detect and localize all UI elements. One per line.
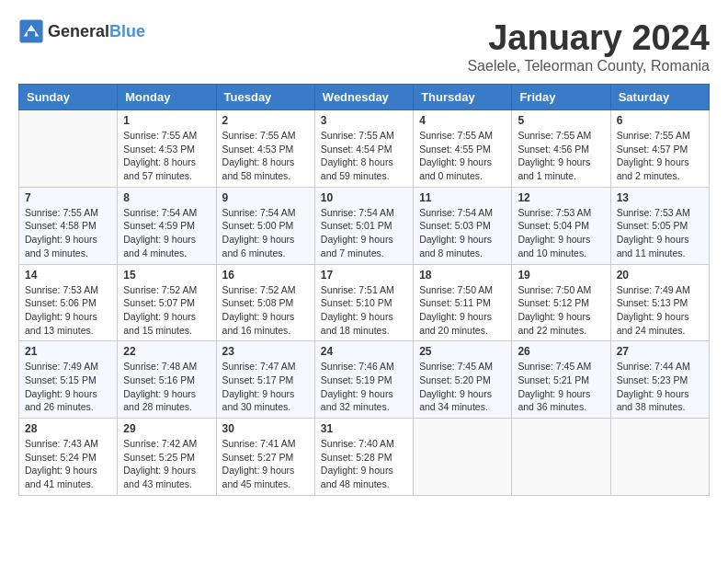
calendar-cell: 26Sunrise: 7:45 AM Sunset: 5:21 PM Dayli… bbox=[512, 341, 610, 419]
day-number: 8 bbox=[123, 191, 210, 204]
page-header: GeneralBlue January 2024 Saelele, Teleor… bbox=[18, 18, 710, 75]
calendar-cell: 21Sunrise: 7:49 AM Sunset: 5:15 PM Dayli… bbox=[19, 341, 118, 419]
day-info: Sunrise: 7:53 AM Sunset: 5:06 PM Dayligh… bbox=[25, 283, 111, 338]
day-number: 9 bbox=[222, 191, 309, 204]
calendar-cell: 27Sunrise: 7:44 AM Sunset: 5:23 PM Dayli… bbox=[610, 341, 709, 419]
day-info: Sunrise: 7:52 AM Sunset: 5:08 PM Dayligh… bbox=[222, 283, 309, 338]
calendar-cell: 31Sunrise: 7:40 AM Sunset: 5:28 PM Dayli… bbox=[314, 419, 413, 496]
calendar-cell: 11Sunrise: 7:54 AM Sunset: 5:03 PM Dayli… bbox=[414, 187, 512, 264]
day-number: 5 bbox=[518, 114, 604, 127]
day-info: Sunrise: 7:49 AM Sunset: 5:13 PM Dayligh… bbox=[617, 283, 703, 338]
calendar-cell: 17Sunrise: 7:51 AM Sunset: 5:10 PM Dayli… bbox=[314, 264, 413, 341]
header-row: SundayMondayTuesdayWednesdayThursdayFrid… bbox=[19, 85, 710, 110]
week-row-4: 21Sunrise: 7:49 AM Sunset: 5:15 PM Dayli… bbox=[19, 341, 710, 419]
calendar-cell: 14Sunrise: 7:53 AM Sunset: 5:06 PM Dayli… bbox=[19, 264, 118, 341]
calendar-cell: 13Sunrise: 7:53 AM Sunset: 5:05 PM Dayli… bbox=[610, 187, 709, 264]
calendar-cell: 3Sunrise: 7:55 AM Sunset: 4:54 PM Daylig… bbox=[314, 110, 413, 188]
logo-general: General bbox=[48, 22, 109, 40]
location-title: Saelele, Teleorman County, Romania bbox=[467, 58, 710, 75]
calendar-cell: 24Sunrise: 7:46 AM Sunset: 5:19 PM Dayli… bbox=[314, 341, 413, 419]
day-info: Sunrise: 7:55 AM Sunset: 4:58 PM Dayligh… bbox=[25, 206, 111, 260]
day-info: Sunrise: 7:49 AM Sunset: 5:15 PM Dayligh… bbox=[25, 360, 111, 414]
day-number: 14 bbox=[25, 269, 111, 282]
calendar-cell bbox=[610, 419, 709, 496]
calendar-cell: 15Sunrise: 7:52 AM Sunset: 5:07 PM Dayli… bbox=[118, 264, 216, 341]
weekday-header-monday: Monday bbox=[118, 85, 216, 110]
day-number: 22 bbox=[123, 345, 210, 358]
day-info: Sunrise: 7:44 AM Sunset: 5:23 PM Dayligh… bbox=[617, 360, 703, 414]
weekday-header-tuesday: Tuesday bbox=[216, 85, 314, 110]
calendar-cell: 4Sunrise: 7:55 AM Sunset: 4:55 PM Daylig… bbox=[414, 110, 512, 188]
day-info: Sunrise: 7:52 AM Sunset: 5:07 PM Dayligh… bbox=[123, 283, 210, 338]
calendar-cell: 8Sunrise: 7:54 AM Sunset: 4:59 PM Daylig… bbox=[118, 187, 216, 264]
day-number: 24 bbox=[321, 345, 407, 358]
day-number: 2 bbox=[222, 114, 309, 127]
week-row-5: 28Sunrise: 7:43 AM Sunset: 5:24 PM Dayli… bbox=[19, 419, 710, 496]
day-info: Sunrise: 7:45 AM Sunset: 5:21 PM Dayligh… bbox=[518, 360, 604, 414]
day-number: 12 bbox=[518, 191, 604, 204]
day-number: 27 bbox=[617, 345, 703, 358]
day-number: 30 bbox=[222, 422, 309, 435]
day-info: Sunrise: 7:42 AM Sunset: 5:25 PM Dayligh… bbox=[123, 437, 210, 491]
day-info: Sunrise: 7:54 AM Sunset: 5:01 PM Dayligh… bbox=[321, 206, 407, 260]
calendar-cell: 19Sunrise: 7:50 AM Sunset: 5:12 PM Dayli… bbox=[512, 264, 610, 341]
calendar-cell: 28Sunrise: 7:43 AM Sunset: 5:24 PM Dayli… bbox=[19, 419, 118, 496]
day-number: 3 bbox=[321, 114, 407, 127]
calendar-cell bbox=[512, 419, 610, 496]
calendar-cell: 12Sunrise: 7:53 AM Sunset: 5:04 PM Dayli… bbox=[512, 187, 610, 264]
logo-icon bbox=[18, 18, 44, 44]
calendar-cell: 18Sunrise: 7:50 AM Sunset: 5:11 PM Dayli… bbox=[414, 264, 512, 341]
day-number: 7 bbox=[25, 191, 111, 204]
day-info: Sunrise: 7:54 AM Sunset: 5:00 PM Dayligh… bbox=[222, 206, 309, 260]
calendar-cell: 20Sunrise: 7:49 AM Sunset: 5:13 PM Dayli… bbox=[610, 264, 709, 341]
logo-blue: Blue bbox=[109, 22, 145, 40]
day-info: Sunrise: 7:50 AM Sunset: 5:11 PM Dayligh… bbox=[419, 283, 506, 338]
day-number: 20 bbox=[617, 269, 703, 282]
day-info: Sunrise: 7:47 AM Sunset: 5:17 PM Dayligh… bbox=[222, 360, 309, 414]
day-number: 18 bbox=[419, 269, 506, 282]
weekday-header-sunday: Sunday bbox=[19, 85, 118, 110]
day-number: 21 bbox=[25, 345, 111, 358]
day-number: 13 bbox=[617, 191, 703, 204]
weekday-header-friday: Friday bbox=[512, 85, 610, 110]
svg-rect-2 bbox=[28, 31, 35, 38]
week-row-3: 14Sunrise: 7:53 AM Sunset: 5:06 PM Dayli… bbox=[19, 264, 710, 341]
day-info: Sunrise: 7:53 AM Sunset: 5:04 PM Dayligh… bbox=[518, 206, 604, 260]
day-number: 29 bbox=[123, 422, 210, 435]
day-info: Sunrise: 7:55 AM Sunset: 4:54 PM Dayligh… bbox=[321, 129, 407, 183]
weekday-header-saturday: Saturday bbox=[610, 85, 709, 110]
week-row-2: 7Sunrise: 7:55 AM Sunset: 4:58 PM Daylig… bbox=[19, 187, 710, 264]
day-number: 16 bbox=[222, 269, 309, 282]
day-number: 4 bbox=[419, 114, 506, 127]
calendar-cell: 9Sunrise: 7:54 AM Sunset: 5:00 PM Daylig… bbox=[216, 187, 314, 264]
calendar-cell: 10Sunrise: 7:54 AM Sunset: 5:01 PM Dayli… bbox=[314, 187, 413, 264]
day-number: 28 bbox=[25, 422, 111, 435]
calendar-cell: 5Sunrise: 7:55 AM Sunset: 4:56 PM Daylig… bbox=[512, 110, 610, 188]
calendar-cell: 23Sunrise: 7:47 AM Sunset: 5:17 PM Dayli… bbox=[216, 341, 314, 419]
day-number: 23 bbox=[222, 345, 309, 358]
calendar-cell: 1Sunrise: 7:55 AM Sunset: 4:53 PM Daylig… bbox=[118, 110, 216, 188]
day-info: Sunrise: 7:55 AM Sunset: 4:56 PM Dayligh… bbox=[518, 129, 604, 183]
day-info: Sunrise: 7:50 AM Sunset: 5:12 PM Dayligh… bbox=[518, 283, 604, 338]
day-number: 6 bbox=[617, 114, 703, 127]
calendar-cell: 7Sunrise: 7:55 AM Sunset: 4:58 PM Daylig… bbox=[19, 187, 118, 264]
day-info: Sunrise: 7:48 AM Sunset: 5:16 PM Dayligh… bbox=[123, 360, 210, 414]
calendar-cell: 16Sunrise: 7:52 AM Sunset: 5:08 PM Dayli… bbox=[216, 264, 314, 341]
calendar-cell: 6Sunrise: 7:55 AM Sunset: 4:57 PM Daylig… bbox=[610, 110, 709, 188]
day-info: Sunrise: 7:51 AM Sunset: 5:10 PM Dayligh… bbox=[321, 283, 407, 338]
calendar-cell bbox=[414, 419, 512, 496]
day-number: 26 bbox=[518, 345, 604, 358]
day-info: Sunrise: 7:55 AM Sunset: 4:55 PM Dayligh… bbox=[419, 129, 506, 183]
day-info: Sunrise: 7:55 AM Sunset: 4:53 PM Dayligh… bbox=[123, 129, 210, 183]
logo: GeneralBlue bbox=[18, 18, 145, 44]
month-title: January 2024 bbox=[467, 18, 710, 58]
calendar-cell: 2Sunrise: 7:55 AM Sunset: 4:53 PM Daylig… bbox=[216, 110, 314, 188]
week-row-1: 1Sunrise: 7:55 AM Sunset: 4:53 PM Daylig… bbox=[19, 110, 710, 188]
day-number: 15 bbox=[123, 269, 210, 282]
calendar-cell: 29Sunrise: 7:42 AM Sunset: 5:25 PM Dayli… bbox=[118, 419, 216, 496]
day-number: 10 bbox=[321, 191, 407, 204]
day-number: 25 bbox=[419, 345, 506, 358]
day-info: Sunrise: 7:54 AM Sunset: 5:03 PM Dayligh… bbox=[419, 206, 506, 260]
day-number: 31 bbox=[321, 422, 407, 435]
weekday-header-wednesday: Wednesday bbox=[314, 85, 413, 110]
